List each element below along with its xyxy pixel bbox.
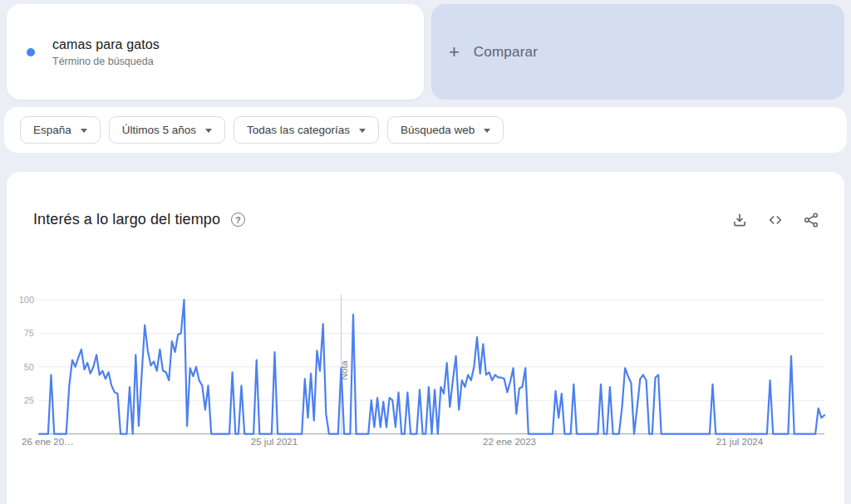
y-tick-25: 25 — [24, 395, 34, 405]
search-term-label: camas para gatos — [52, 37, 160, 52]
filter-timerange-label: Últimos 5 años — [122, 124, 196, 136]
chart-title-wrap: Interés a lo largo del tiempo ? — [33, 211, 245, 228]
chart-header: Interés a lo largo del tiempo ? — [7, 172, 844, 228]
y-tick-75: 75 — [24, 328, 34, 338]
chevron-down-icon — [484, 129, 490, 133]
filter-category-label: Todas las categorías — [247, 124, 350, 136]
filter-region-dropdown[interactable]: España — [20, 116, 101, 144]
search-term-type: Término de búsqueda — [52, 56, 160, 67]
chart-actions — [731, 212, 819, 228]
plus-icon: + — [449, 43, 460, 61]
share-icon[interactable] — [803, 212, 819, 228]
compare-button[interactable]: + Comparar — [431, 4, 844, 100]
x-tick-2: 22 ene 2023 — [483, 437, 536, 447]
filter-region-label: España — [33, 124, 71, 136]
download-icon[interactable] — [731, 212, 748, 228]
search-term-card: camas para gatos Término de búsqueda — [7, 4, 424, 100]
chevron-down-icon — [359, 129, 366, 133]
chevron-down-icon — [205, 129, 212, 133]
x-tick-3: 21 jul 2024 — [716, 437, 764, 447]
interest-over-time-card: Interés a lo largo del tiempo ? — [7, 172, 844, 504]
interest-over-time-chart: 100 75 50 25 Nota 26 ene 20… 25 jul 2021… — [7, 295, 844, 461]
y-tick-50: 50 — [24, 362, 34, 372]
term-color-dot-icon — [27, 48, 35, 56]
embed-code-icon[interactable] — [767, 212, 784, 228]
term-text-block: camas para gatos Término de búsqueda — [52, 37, 160, 67]
filter-timerange-dropdown[interactable]: Últimos 5 años — [109, 116, 225, 144]
filter-category-dropdown[interactable]: Todas las categorías — [234, 116, 379, 144]
help-icon[interactable]: ? — [231, 213, 245, 227]
filters-bar: España Últimos 5 años Todas las categorí… — [4, 107, 847, 153]
filter-searchtype-dropdown[interactable]: Búsqueda web — [387, 116, 504, 144]
x-tick-0: 26 ene 20… — [22, 437, 74, 447]
y-tick-100: 100 — [19, 295, 34, 305]
filter-searchtype-label: Búsqueda web — [401, 124, 475, 136]
chevron-down-icon — [81, 129, 87, 133]
compare-label: Comparar — [474, 44, 538, 61]
search-terms-row: camas para gatos Término de búsqueda + C… — [0, 0, 851, 100]
x-tick-1: 25 jul 2021 — [251, 437, 298, 447]
chart-title: Interés a lo largo del tiempo — [33, 211, 220, 228]
